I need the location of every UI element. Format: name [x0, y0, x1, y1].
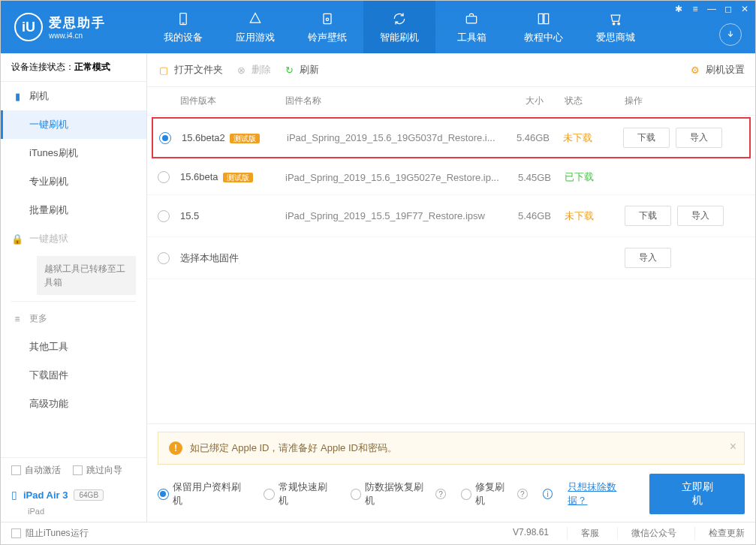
sidebar-item-download[interactable]: 下载固件	[1, 361, 146, 390]
row-action-button[interactable]: 导入	[625, 248, 671, 268]
nav-label: 教程中心	[524, 31, 563, 44]
row-action-button[interactable]: 下载	[625, 206, 671, 226]
beta-badge: 测试版	[230, 134, 260, 143]
separator	[11, 301, 136, 302]
row-radio[interactable]	[159, 132, 171, 144]
opt-keep-data[interactable]: 保留用户资料刷机	[158, 480, 248, 507]
close-notice-icon[interactable]: ×	[730, 440, 736, 453]
sidebar-group-flash[interactable]: ▮ 刷机	[1, 82, 146, 110]
col-ops: 操作	[625, 95, 745, 107]
firmware-filename: iPad_Spring_2019_15.6_19G5037d_Restore.i…	[287, 132, 503, 143]
toolbar: ▢ 打开文件夹 ⊗ 删除 ↻ 刷新 ⚙ 刷机设置	[147, 53, 755, 87]
firmware-version: 选择本地固件	[180, 252, 239, 263]
book-icon	[535, 11, 552, 27]
logo-icon: iU	[14, 13, 43, 41]
footer-version: V7.98.61	[499, 527, 549, 540]
block-itunes-checkbox[interactable]: 阻止iTunes运行	[11, 527, 89, 540]
firmware-row[interactable]: 15.6beta2测试版 iPad_Spring_2019_15.6_19G50…	[152, 117, 751, 158]
apps-icon	[247, 11, 264, 27]
nav-flash[interactable]: 智能刷机	[363, 1, 435, 53]
row-action-button[interactable]: 导入	[677, 206, 724, 226]
skin-icon[interactable]: ✱	[671, 2, 686, 16]
svg-rect-2	[324, 14, 331, 23]
nav-label: 铃声壁纸	[308, 31, 347, 44]
sidebar-item-advanced[interactable]: 高级功能	[1, 390, 146, 418]
firmware-row[interactable]: 15.5 iPad_Spring_2019_15.5_19F77_Restore…	[147, 195, 755, 237]
beta-badge: 测试版	[223, 173, 253, 182]
maximize-icon[interactable]: ◻	[721, 2, 736, 16]
open-folder-button[interactable]: ▢ 打开文件夹	[158, 63, 223, 77]
opt-repair[interactable]: 修复刷机?	[461, 480, 528, 507]
footer-support[interactable]: 客服	[567, 527, 599, 540]
nav-tutorials[interactable]: 教程中心	[508, 1, 580, 53]
footer-update[interactable]: 检查更新	[694, 527, 745, 540]
minimize-icon[interactable]: —	[704, 2, 719, 16]
nav-ringtones[interactable]: 铃声壁纸	[291, 1, 363, 53]
refresh-button[interactable]: ↻ 刷新	[283, 63, 319, 77]
folder-icon: ▢	[158, 64, 170, 76]
download-indicator[interactable]	[719, 23, 742, 46]
svg-rect-4	[466, 16, 476, 23]
flash-settings-button[interactable]: ⚙ 刷机设置	[689, 63, 745, 77]
svg-point-6	[618, 23, 620, 24]
warning-icon: !	[169, 441, 182, 455]
svg-point-5	[613, 23, 615, 24]
firmware-version: 15.6beta	[180, 171, 218, 182]
delete-button[interactable]: ⊗ 删除	[235, 63, 271, 77]
flash-now-button[interactable]: 立即刷机	[649, 474, 745, 514]
sidebar-item-batch[interactable]: 批量刷机	[1, 196, 146, 224]
device-info[interactable]: ▯ iPad Air 3 64GB	[1, 483, 146, 507]
firmware-version: 15.5	[180, 210, 199, 221]
auto-activate-checkbox[interactable]: 自动激活	[11, 464, 61, 477]
nav-toolbox[interactable]: 工具箱	[435, 1, 508, 53]
jailbreak-note: 越狱工具已转移至工具箱	[37, 256, 136, 295]
sidebar-group-jailbreak: 🔒 一键越狱	[1, 224, 146, 253]
sidebar-item-pro[interactable]: 专业刷机	[1, 167, 146, 196]
row-action-button[interactable]: 导入	[676, 128, 722, 148]
help-icon[interactable]: ?	[517, 489, 528, 499]
device-storage: 64GB	[74, 489, 104, 501]
firmware-row[interactable]: 15.6beta测试版 iPad_Spring_2019_15.6_19G502…	[147, 160, 755, 195]
menu-icon[interactable]: ≡	[688, 2, 703, 16]
nav-store[interactable]: 爱思商城	[580, 1, 652, 53]
firmware-size: 5.46GB	[503, 132, 563, 143]
nav-my-device[interactable]: 我的设备	[147, 1, 219, 53]
help-icon[interactable]: ?	[435, 489, 446, 499]
row-radio[interactable]	[158, 252, 170, 264]
firmware-status: 未下载	[563, 131, 623, 145]
col-size: 大小	[505, 95, 565, 107]
sidebar-group-more[interactable]: ≡ 更多	[1, 305, 146, 333]
cart-icon	[607, 11, 624, 27]
nav-label: 爱思商城	[596, 31, 635, 44]
info-icon[interactable]: i	[543, 489, 553, 499]
erase-only-link[interactable]: 只想抹除数据？	[568, 480, 634, 507]
device-name: iPad Air 3	[23, 489, 68, 501]
row-action-button[interactable]: 下载	[623, 128, 670, 148]
footer-wechat[interactable]: 微信公众号	[617, 527, 676, 540]
nav-label: 我的设备	[164, 31, 203, 44]
row-radio[interactable]	[158, 171, 170, 183]
nav-label: 应用游戏	[236, 31, 275, 44]
lock-icon: 🔒	[11, 233, 23, 245]
device-type: iPad	[1, 507, 146, 522]
sidebar-item-other[interactable]: 其他工具	[1, 333, 146, 361]
sidebar-item-itunes[interactable]: iTunes刷机	[1, 139, 146, 167]
row-radio[interactable]	[158, 210, 170, 222]
footer: 阻止iTunes运行 V7.98.61 客服 微信公众号 检查更新	[1, 522, 755, 544]
firmware-filename: iPad_Spring_2019_15.5_19F77_Restore.ipsw	[285, 210, 505, 221]
firmware-filename: iPad_Spring_2019_15.6_19G5027e_Restore.i…	[285, 172, 505, 183]
opt-antirecovery[interactable]: 防数据恢复刷机?	[351, 480, 446, 507]
opt-normal[interactable]: 常规快速刷机	[264, 480, 336, 507]
phone-small-icon: ▮	[11, 90, 23, 102]
firmware-size: 5.46GB	[505, 210, 565, 221]
skip-guide-checkbox[interactable]: 跳过向导	[73, 464, 122, 477]
nav-apps[interactable]: 应用游戏	[219, 1, 291, 53]
music-icon	[319, 11, 336, 27]
firmware-row[interactable]: 选择本地固件 导入	[147, 237, 755, 279]
sidebar-item-oneclick[interactable]: 一键刷机	[1, 110, 146, 139]
sidebar: 设备连接状态：正常模式 ▮ 刷机 一键刷机 iTunes刷机 专业刷机 批量刷机…	[1, 53, 147, 522]
delete-icon: ⊗	[235, 64, 247, 76]
close-icon[interactable]: ✕	[737, 2, 752, 16]
flash-options: 保留用户资料刷机 常规快速刷机 防数据恢复刷机? 修复刷机? i 只想抹除数据？…	[158, 474, 745, 514]
gear-icon: ⚙	[689, 64, 701, 76]
